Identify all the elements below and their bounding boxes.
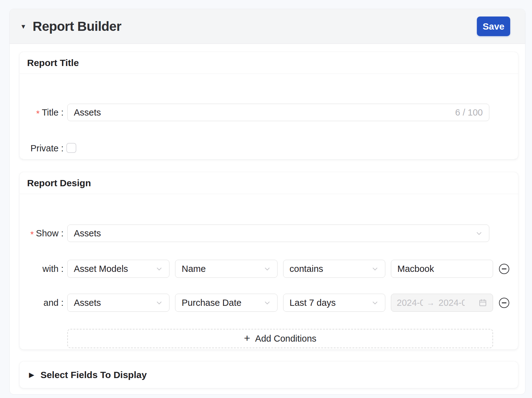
range-end-date: 2024-0 (439, 298, 465, 308)
report-design-card-header: Report Design (20, 172, 518, 194)
condition-entity-select[interactable]: Asset Models (67, 260, 169, 278)
and-label: and : (20, 294, 64, 312)
condition-row-and: and : Assets Purchase Date (20, 294, 518, 312)
date-range-picker: 2024-0 → 2024-0 (391, 294, 493, 312)
title-label: * Title : (20, 104, 64, 121)
title-row: * Title : Assets 6 / 100 (20, 104, 518, 121)
title-char-counter: 6 / 100 (455, 107, 483, 118)
chevron-down-icon (264, 265, 271, 272)
add-conditions-button[interactable]: + Add Conditions (67, 329, 493, 348)
remove-condition-icon[interactable] (499, 298, 509, 308)
condition-field-select[interactable]: Purchase Date (175, 294, 277, 312)
chevron-down-icon (371, 299, 379, 306)
condition-entity-select[interactable]: Assets (67, 294, 169, 312)
range-arrow-icon: → (427, 298, 435, 308)
collapse-caret-icon[interactable]: ▼ (20, 23, 26, 30)
show-select-value: Assets (74, 228, 101, 239)
report-design-card: Report Design * Show : Assets with : (20, 172, 518, 349)
show-select[interactable]: Assets (67, 225, 489, 242)
report-title-card-title: Report Title (27, 58, 79, 68)
panel-header: ▼ Report Builder Save (10, 9, 525, 44)
report-title-card-header: Report Title (20, 52, 518, 74)
report-title-card: Report Title * Title : Assets 6 / 100 Pr… (20, 52, 518, 159)
expand-caret-icon[interactable]: ▶ (29, 372, 34, 378)
required-asterisk: * (36, 106, 40, 119)
condition-value-input[interactable]: Macbook (391, 260, 493, 278)
private-checkbox[interactable] (66, 143, 76, 153)
condition-field-select[interactable]: Name (175, 260, 277, 278)
page-title: Report Builder (33, 19, 121, 34)
select-fields-title: Select Fields To Display (40, 370, 147, 380)
with-label: with : (20, 260, 64, 278)
title-input[interactable]: Assets 6 / 100 (67, 104, 489, 121)
private-row: Private : (20, 143, 518, 154)
chevron-down-icon (155, 265, 163, 272)
report-design-card-title: Report Design (27, 178, 91, 188)
show-label: * Show : (20, 225, 64, 242)
calendar-icon (478, 298, 487, 307)
chevron-down-icon (264, 299, 271, 306)
title-input-value: Assets (74, 107, 101, 118)
condition-operator-select[interactable]: Last 7 days (283, 294, 385, 312)
report-builder-panel: ▼ Report Builder Save Report Title * Tit… (9, 9, 525, 395)
select-fields-card[interactable]: ▶ Select Fields To Display (20, 362, 518, 388)
chevron-down-icon (155, 299, 163, 306)
show-row: * Show : Assets (20, 225, 518, 242)
chevron-down-icon (475, 230, 483, 237)
condition-row-with: with : Asset Models Name (20, 260, 518, 278)
chevron-down-icon (371, 265, 379, 272)
range-start-date: 2024-0 (397, 298, 423, 308)
private-label: Private : (20, 143, 64, 154)
remove-condition-icon[interactable] (499, 264, 509, 274)
plus-icon: + (244, 333, 250, 344)
save-button[interactable]: Save (477, 17, 510, 36)
required-asterisk: * (30, 227, 34, 239)
condition-operator-select[interactable]: contains (283, 260, 385, 278)
